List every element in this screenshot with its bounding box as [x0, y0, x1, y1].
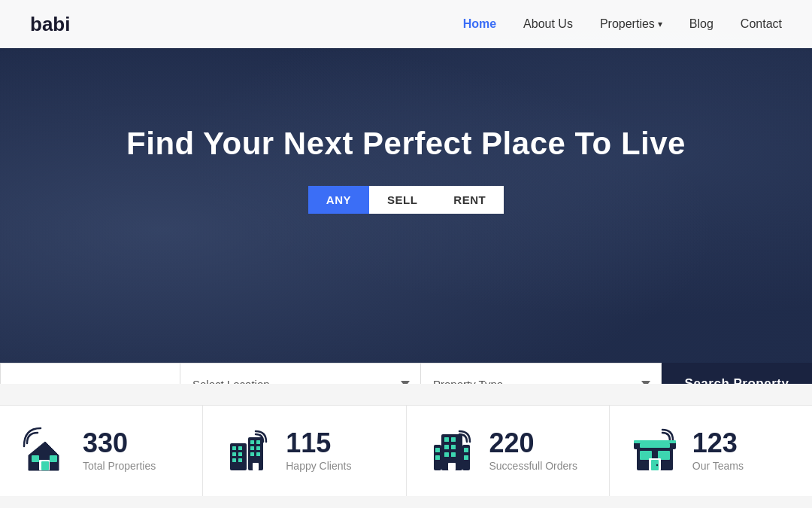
- tab-any[interactable]: ANY: [308, 186, 369, 214]
- svg-rect-11: [238, 458, 242, 462]
- nav-link-contact[interactable]: Contact: [741, 17, 782, 30]
- filter-tabs: ANY SELL RENT: [308, 186, 504, 214]
- orders-icon: [428, 427, 476, 475]
- svg-rect-1: [41, 461, 49, 470]
- stat-total-properties-text: 330 Total Properties: [83, 430, 156, 472]
- svg-rect-16: [250, 452, 254, 456]
- nav-item-contact[interactable]: Contact: [741, 17, 782, 31]
- stat-our-teams-label: Our Teams: [692, 460, 744, 472]
- svg-rect-6: [232, 446, 236, 450]
- property-type-select[interactable]: Property Type House Apartment Villa: [421, 363, 662, 384]
- nav-link-blog[interactable]: Blog: [689, 17, 714, 30]
- tab-rent[interactable]: RENT: [435, 186, 504, 214]
- svg-rect-7: [238, 446, 242, 450]
- svg-rect-26: [444, 452, 449, 457]
- svg-rect-30: [464, 448, 468, 452]
- nav-links: Home About Us Properties Blog Contact: [463, 17, 782, 31]
- search-bar: Select Location New York Los Angeles Chi…: [0, 363, 812, 384]
- building-icon: [224, 427, 272, 475]
- svg-rect-17: [256, 452, 260, 456]
- hero-title: Find Your Next Perfect Place To Live: [126, 126, 686, 162]
- svg-rect-9: [238, 452, 242, 456]
- nav-link-about[interactable]: About Us: [523, 17, 573, 30]
- nav-item-blog[interactable]: Blog: [689, 17, 714, 31]
- stat-our-teams-number: 123: [692, 430, 744, 457]
- svg-rect-3: [50, 455, 57, 462]
- stat-successful-orders-text: 220 Successfull Orders: [489, 430, 577, 472]
- svg-rect-31: [464, 455, 468, 460]
- stat-our-teams: 123 Our Teams: [610, 406, 812, 496]
- search-text-input[interactable]: [0, 363, 180, 384]
- svg-rect-10: [232, 458, 236, 462]
- svg-rect-2: [32, 455, 39, 462]
- stat-total-properties-label: Total Properties: [83, 460, 156, 472]
- stat-successful-orders: 220 Successfull Orders: [407, 406, 610, 496]
- stat-successful-orders-label: Successfull Orders: [489, 460, 577, 472]
- search-button[interactable]: Search Property: [662, 363, 812, 384]
- svg-rect-36: [640, 443, 670, 448]
- svg-rect-18: [253, 463, 259, 470]
- navbar: babi Home About Us Properties Blog Conta…: [0, 0, 812, 48]
- svg-rect-29: [435, 455, 440, 460]
- svg-rect-12: [250, 440, 254, 444]
- nav-item-home[interactable]: Home: [463, 17, 496, 31]
- house-icon: [21, 427, 69, 475]
- stat-happy-clients: 115 Happy Clients: [203, 406, 406, 496]
- stats-section: 330 Total Properties: [0, 405, 812, 496]
- nav-link-properties[interactable]: Properties: [600, 17, 662, 31]
- location-select[interactable]: Select Location New York Los Angeles Chi…: [180, 363, 421, 384]
- svg-rect-22: [444, 437, 449, 442]
- team-icon: [631, 427, 679, 475]
- stat-happy-clients-label: Happy Clients: [286, 460, 351, 472]
- stat-our-teams-text: 123 Our Teams: [692, 430, 744, 472]
- svg-rect-32: [448, 463, 456, 470]
- brand-logo: babi: [30, 13, 70, 36]
- svg-rect-35: [634, 440, 676, 443]
- svg-rect-15: [256, 446, 260, 450]
- svg-rect-28: [435, 448, 440, 452]
- svg-rect-24: [444, 445, 449, 449]
- nav-link-home[interactable]: Home: [463, 17, 496, 30]
- stat-happy-clients-text: 115 Happy Clients: [286, 430, 351, 472]
- stat-total-properties: 330 Total Properties: [0, 406, 203, 496]
- tab-sell[interactable]: SELL: [369, 186, 435, 214]
- stat-total-properties-number: 330: [83, 430, 156, 457]
- svg-rect-14: [250, 446, 254, 450]
- svg-rect-27: [451, 452, 456, 457]
- svg-rect-25: [451, 445, 456, 449]
- svg-rect-13: [256, 440, 260, 444]
- stat-happy-clients-number: 115: [286, 430, 351, 457]
- nav-item-properties[interactable]: Properties: [600, 17, 662, 31]
- hero-section: Find Your Next Perfect Place To Live ANY…: [0, 0, 812, 384]
- nav-item-about[interactable]: About Us: [523, 17, 573, 31]
- svg-rect-8: [232, 452, 236, 456]
- svg-rect-23: [451, 437, 456, 442]
- svg-point-41: [656, 464, 658, 466]
- stat-successful-orders-number: 220: [489, 430, 577, 457]
